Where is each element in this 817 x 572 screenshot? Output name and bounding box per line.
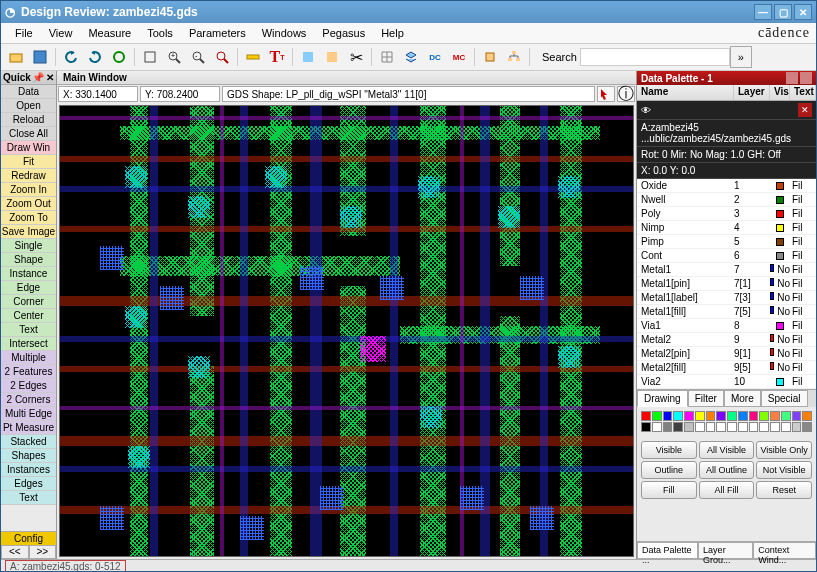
tb-text-icon[interactable]: TT bbox=[266, 46, 288, 68]
search-go-icon[interactable]: » bbox=[730, 46, 752, 68]
color-swatch[interactable] bbox=[749, 411, 759, 421]
menu-parameters[interactable]: Parameters bbox=[181, 25, 254, 41]
layer-row[interactable]: Cont6Fil bbox=[637, 249, 816, 263]
tab-special[interactable]: Special bbox=[761, 390, 808, 407]
tb-zoomto-icon[interactable] bbox=[211, 46, 233, 68]
config-menu-button[interactable]: Config Menu bbox=[1, 531, 56, 545]
layer-row[interactable]: Nimp4Fil bbox=[637, 221, 816, 235]
tab-drawing[interactable]: Drawing bbox=[637, 390, 688, 407]
layer-row[interactable]: Metal2[fill]9[5] NoFil bbox=[637, 361, 816, 375]
tab-filter[interactable]: Filter bbox=[688, 390, 724, 407]
layer-row[interactable]: Metal29 NoFil bbox=[637, 333, 816, 347]
col-text[interactable]: Text bbox=[790, 85, 816, 100]
side-btn-edge[interactable]: Edge bbox=[1, 281, 56, 295]
tb-dc-icon[interactable]: DC bbox=[424, 46, 446, 68]
color-swatch[interactable] bbox=[727, 411, 737, 421]
side-btn-save-image[interactable]: Save Image bbox=[1, 225, 56, 239]
col-vis[interactable]: Vis bbox=[770, 85, 790, 100]
side-btn-zoom-to[interactable]: Zoom To bbox=[1, 211, 56, 225]
tb-undo-icon[interactable] bbox=[60, 46, 82, 68]
color-swatch[interactable] bbox=[738, 422, 748, 432]
layer-row[interactable]: Via210Fil bbox=[637, 375, 816, 389]
color-swatch[interactable] bbox=[759, 411, 769, 421]
color-swatch[interactable] bbox=[684, 411, 694, 421]
vis-fill[interactable]: Fill bbox=[641, 481, 697, 499]
color-swatch[interactable] bbox=[738, 411, 748, 421]
menu-windows[interactable]: Windows bbox=[254, 25, 315, 41]
side-btn-text[interactable]: Text bbox=[1, 323, 56, 337]
side-btn-fit[interactable]: Fit bbox=[1, 155, 56, 169]
layer-row[interactable]: Metal1[pin]7[1] NoFil bbox=[637, 277, 816, 291]
btab-layer-groups[interactable]: Layer Grou... bbox=[698, 542, 753, 559]
vis-outline[interactable]: Outline bbox=[641, 461, 697, 479]
palette-dock-icon[interactable] bbox=[786, 72, 798, 84]
layer-row[interactable]: Poly3Fil bbox=[637, 207, 816, 221]
color-swatch[interactable] bbox=[749, 422, 759, 432]
color-swatch[interactable] bbox=[663, 411, 673, 421]
color-swatch[interactable] bbox=[673, 411, 683, 421]
color-swatch[interactable] bbox=[792, 411, 802, 421]
side-btn-edges[interactable]: Edges bbox=[1, 477, 56, 491]
vis-not-visible[interactable]: Not Visible bbox=[756, 461, 812, 479]
color-swatch[interactable] bbox=[770, 422, 780, 432]
color-swatch[interactable] bbox=[716, 422, 726, 432]
color-swatch[interactable] bbox=[695, 411, 705, 421]
layer-row[interactable]: Pimp5Fil bbox=[637, 235, 816, 249]
palette-close-icon[interactable] bbox=[800, 72, 812, 84]
tab-more[interactable]: More bbox=[724, 390, 761, 407]
side-btn-shape[interactable]: Shape bbox=[1, 253, 56, 267]
tb-hier-icon[interactable] bbox=[503, 46, 525, 68]
side-btn-instance[interactable]: Instance bbox=[1, 267, 56, 281]
search-input[interactable] bbox=[580, 48, 730, 66]
color-swatch[interactable] bbox=[706, 411, 716, 421]
side-btn-pt-measure[interactable]: Pt Measure bbox=[1, 421, 56, 435]
side-btn-single[interactable]: Single bbox=[1, 239, 56, 253]
color-swatch[interactable] bbox=[695, 422, 705, 432]
color-swatch[interactable] bbox=[716, 411, 726, 421]
color-swatch[interactable] bbox=[792, 422, 802, 432]
layer-row[interactable]: Oxide1Fil bbox=[637, 179, 816, 193]
side-btn-redraw[interactable]: Redraw bbox=[1, 169, 56, 183]
layer-row[interactable]: Metal2[pin]9[1] NoFil bbox=[637, 347, 816, 361]
main-window-tab[interactable]: Main Window bbox=[57, 71, 636, 85]
layer-list[interactable]: Oxide1FilNwell2FilPoly3FilNimp4FilPimp5F… bbox=[637, 179, 816, 389]
side-btn-multi-edge[interactable]: Multi Edge bbox=[1, 407, 56, 421]
menu-measure[interactable]: Measure bbox=[80, 25, 139, 41]
pick-icon[interactable] bbox=[597, 86, 615, 102]
vis-all-visible[interactable]: All Visible bbox=[699, 441, 755, 459]
tb-zoomin-icon[interactable]: + bbox=[163, 46, 185, 68]
close-button[interactable]: ✕ bbox=[794, 4, 812, 20]
pin-icon[interactable]: 📌 bbox=[32, 72, 44, 83]
color-swatch[interactable] bbox=[781, 411, 791, 421]
tb-refresh-icon[interactable] bbox=[108, 46, 130, 68]
side-btn-2-edges[interactable]: 2 Edges bbox=[1, 379, 56, 393]
tb-save-icon[interactable] bbox=[29, 46, 51, 68]
btab-context-window[interactable]: Context Wind... bbox=[753, 542, 816, 559]
layout-canvas[interactable] bbox=[59, 105, 634, 557]
btab-data-palette[interactable]: Data Palette ... bbox=[637, 542, 698, 559]
col-layer[interactable]: Layer bbox=[734, 85, 770, 100]
color-swatch[interactable] bbox=[706, 422, 716, 432]
prev-button[interactable]: << bbox=[1, 545, 29, 559]
vis-all-outline[interactable]: All Outline bbox=[699, 461, 755, 479]
side-btn-center[interactable]: Center bbox=[1, 309, 56, 323]
tb-zoomfit-icon[interactable] bbox=[139, 46, 161, 68]
color-swatch[interactable] bbox=[641, 411, 651, 421]
color-swatch[interactable] bbox=[802, 411, 812, 421]
menu-tools[interactable]: Tools bbox=[139, 25, 181, 41]
design-close-icon[interactable]: ✕ bbox=[798, 103, 812, 117]
minimize-button[interactable]: — bbox=[754, 4, 772, 20]
tb-layers-icon[interactable] bbox=[400, 46, 422, 68]
menu-view[interactable]: View bbox=[41, 25, 81, 41]
layer-row[interactable]: Metal17 NoFil bbox=[637, 263, 816, 277]
info-icon[interactable]: ⓘ bbox=[617, 86, 635, 102]
tb-layer2-icon[interactable] bbox=[321, 46, 343, 68]
side-btn-intersect[interactable]: Intersect bbox=[1, 337, 56, 351]
side-btn-2-features[interactable]: 2 Features bbox=[1, 365, 56, 379]
tb-cut-icon[interactable]: ✂ bbox=[345, 46, 367, 68]
color-swatch[interactable] bbox=[641, 422, 651, 432]
color-swatch[interactable] bbox=[759, 422, 769, 432]
color-swatch[interactable] bbox=[663, 422, 673, 432]
quick-close-icon[interactable]: ✕ bbox=[46, 72, 54, 83]
color-swatch[interactable] bbox=[770, 411, 780, 421]
